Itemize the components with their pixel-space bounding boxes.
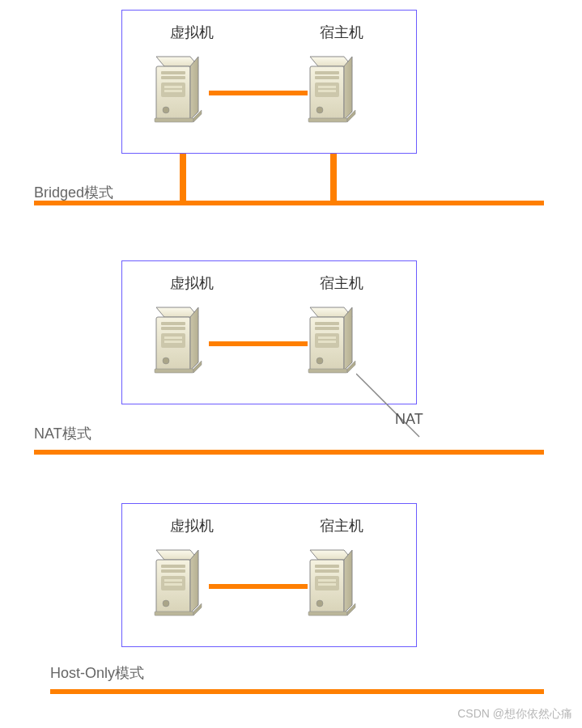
hostonly-vm-host-link	[209, 584, 308, 589]
hostonly-vm-label: 虚拟机	[170, 516, 214, 535]
nat-host-label: 宿主机	[320, 273, 363, 293]
bridged-vm-host-link	[209, 91, 308, 95]
server-tower-icon	[295, 49, 372, 129]
server-tower-icon	[142, 49, 219, 129]
bridged-vm-drop	[180, 154, 186, 201]
server-tower-icon	[142, 542, 219, 623]
server-tower-icon	[295, 542, 372, 623]
bridged-network-line	[34, 201, 544, 205]
nat-text-label: NAT	[395, 411, 423, 428]
hostonly-network-line	[50, 689, 544, 694]
bridged-host-label: 宿主机	[320, 23, 363, 42]
watermark-text: CSDN @想你依然心痛	[457, 707, 572, 722]
bridged-vm-server	[142, 49, 219, 133]
nat-network-line	[34, 450, 544, 455]
server-tower-icon	[142, 299, 219, 380]
nat-mode-label: NAT模式	[34, 424, 91, 443]
bridged-host-drop	[330, 154, 337, 201]
bridged-label: Bridged模式	[34, 183, 113, 202]
nat-vm-label: 虚拟机	[170, 273, 214, 293]
hostonly-vm-server	[142, 542, 219, 626]
nat-vm-server	[142, 299, 219, 383]
nat-connection-line	[356, 366, 437, 447]
hostonly-host-label: 宿主机	[320, 516, 363, 535]
hostonly-mode-label: Host-Only模式	[50, 663, 144, 683]
nat-vm-host-link	[209, 341, 308, 346]
bridged-vm-label: 虚拟机	[170, 23, 214, 42]
